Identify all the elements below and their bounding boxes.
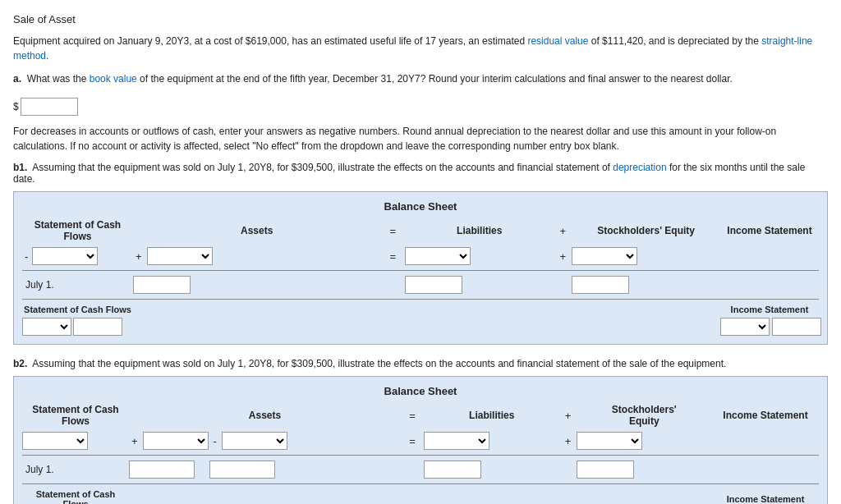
bs1-scf-bottom-row: Statement of Cash Flows Income Statement <box>22 305 819 314</box>
bs2-scf-header: Statement of Cash Flows <box>22 404 129 427</box>
bs1-header-row: Statement of Cash Flows Assets = Liabili… <box>22 219 819 242</box>
bs2-eq-op: = <box>401 435 424 447</box>
bs1-title: Balance Sheet <box>22 200 819 213</box>
question-a-block: a. What was the book value of the equipm… <box>13 71 828 116</box>
bs1-plus-op2: + <box>554 250 572 263</box>
bs2-scf-bottom-label: Statement of Cash Flows <box>22 489 129 504</box>
bs1-scf-bottom-select[interactable] <box>22 318 71 336</box>
bs2-is-bottom-label: Income Statement <box>712 494 819 504</box>
bs2-liab-header: Liabilities <box>424 410 560 421</box>
book-value-link[interactable]: book value <box>90 73 137 85</box>
bs2-operator-row: + - = + <box>22 432 819 450</box>
intro-paragraph: Equipment acquired on January 9, 20Y3, a… <box>13 34 828 63</box>
bs1-minus-op: - <box>22 250 30 263</box>
straight-line-link[interactable]: straight-line method <box>13 35 812 62</box>
bs1-is-label: Income Statement <box>720 305 819 314</box>
b2-text: Assuming that the equipment was sold on … <box>32 358 726 369</box>
bs2-plus-header: + <box>560 410 577 422</box>
bs1-july-assets-input[interactable] <box>133 276 191 294</box>
question-a-label: a. <box>13 73 21 85</box>
bs1-liab-select1[interactable] <box>405 247 471 265</box>
bs2-july-se-input[interactable] <box>577 460 634 479</box>
bs1-eq-op: = <box>380 250 405 263</box>
residual-value-link[interactable]: residual value <box>527 35 588 47</box>
bs1-july-label: July 1. <box>22 279 133 291</box>
bs1-july-liab-input[interactable] <box>405 276 462 294</box>
bs2-is-header: Income Statement <box>712 410 819 421</box>
bs2-july-assets2-input[interactable] <box>209 460 275 479</box>
dollar-sign: $ <box>13 101 19 112</box>
b2-section-label: b2. Assuming that the equipment was sold… <box>13 358 828 369</box>
bs2-title: Balance Sheet <box>22 385 819 397</box>
bs2-scf-bottom-row: Statement of Cash Flows Income Statement <box>22 489 819 504</box>
bs1-se-select1[interactable] <box>572 247 637 265</box>
bs2-july-assets1-input[interactable] <box>129 460 195 479</box>
bs1-operator-row: - + = + <box>22 247 819 265</box>
bs2-eq-header: = <box>401 410 424 422</box>
bs1-liab-header: Liabilities <box>405 225 554 236</box>
bs1-scf-bottom-input-row <box>22 318 819 336</box>
bs1-scf-bottom-label: Statement of Cash Flows <box>22 305 133 314</box>
balance-sheet-2: Balance Sheet Statement of Cash Flows As… <box>13 376 828 504</box>
bs1-is-select[interactable] <box>720 318 770 336</box>
bs2-header-row: Statement of Cash Flows Assets = Liabili… <box>22 404 819 427</box>
bs2-assets-select1[interactable] <box>143 432 209 450</box>
bs1-scf-header: Statement of Cash Flows <box>22 219 133 242</box>
bs1-july-se-input[interactable] <box>572 276 629 294</box>
bs1-plus-op: + <box>133 250 145 263</box>
answer-a-input-group: $ <box>13 98 78 116</box>
bs2-july-row: July 1. <box>22 460 819 479</box>
b2-label: b2. <box>13 358 27 369</box>
bs2-july-label: July 1. <box>22 464 129 475</box>
bs1-se-header: Stockholders' Equity <box>572 225 720 236</box>
b1-label: b1. <box>13 162 27 173</box>
balance-sheet-1: Balance Sheet Statement of Cash Flows As… <box>13 191 828 345</box>
bs2-liab-select1[interactable] <box>424 432 489 450</box>
bs2-july-liab-input[interactable] <box>424 460 481 479</box>
depreciation-link[interactable]: depreciation <box>613 162 666 173</box>
bs2-assets-header: Assets <box>129 410 401 421</box>
bs1-scf-select1[interactable] <box>32 247 98 265</box>
bs1-is-header: Income Statement <box>720 225 819 236</box>
bs2-se-select1[interactable] <box>577 432 642 450</box>
bs2-scf-select1[interactable] <box>22 432 88 450</box>
info-text: For decreases in accounts or outflows of… <box>13 124 828 153</box>
answer-a-input[interactable] <box>21 98 78 116</box>
bs1-equals-header: = <box>380 225 405 237</box>
page-title: Sale of Asset <box>13 13 828 25</box>
bs1-is-input[interactable] <box>772 318 821 336</box>
b1-section-label: b1. Assuming that the equipment was sold… <box>13 162 828 185</box>
bs2-plus-op: + <box>129 435 140 447</box>
bs1-assets-header: Assets <box>133 225 380 236</box>
bs1-plus-header: + <box>554 225 572 237</box>
bs2-plus-op2: + <box>560 435 577 447</box>
bs1-assets-select1[interactable] <box>147 247 213 265</box>
bs2-minus-op: - <box>211 435 219 447</box>
bs2-assets-select2[interactable] <box>222 432 287 450</box>
bs1-july-row: July 1. <box>22 276 819 294</box>
bs1-scf-bottom-input[interactable] <box>73 318 122 336</box>
bs2-se-header: Stockholders' Equity <box>577 404 713 427</box>
